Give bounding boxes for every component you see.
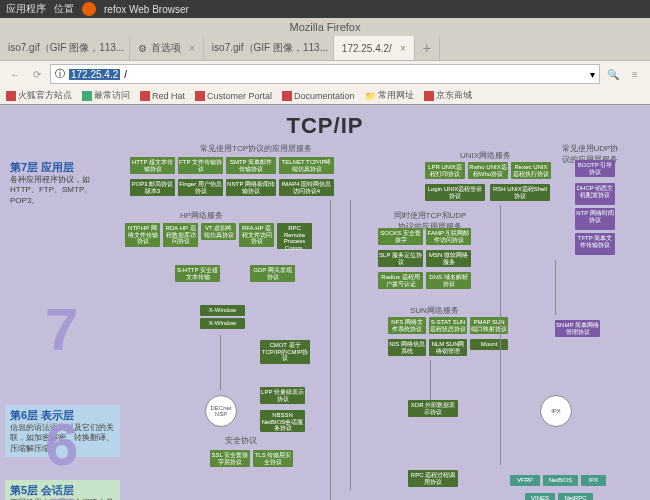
circle-ipx: IPX [540,395,572,427]
page-content: TCP/IP 第7层 应用层 各种应用程序协议，如HTTP、FTP、SMTP、P… [0,105,650,500]
box-xwin1: X-Window [200,305,245,316]
browser-label: refox Web Browser [104,4,189,15]
box-famp: FAMP 互联网邮件访问协议 [426,228,471,245]
box-socks: SOCKS 安全套接字 [378,228,423,245]
box-nlm: NLM SUN网络锁管理 [429,339,467,356]
box-dhcp: DHCP 动态主机配置协议 [575,183,615,205]
url-input[interactable]: ⓘ172.25.4.2/ ▾ [50,64,600,84]
tab-2[interactable]: iso7.gif（GIF 图像，113...× [204,36,334,60]
sec-sun: SUN网络服务 [410,305,459,316]
layer-number-6: 6 [45,410,78,479]
box-tls: TLS 传输层安全协议 [253,450,293,467]
tab-1[interactable]: ⚙首选项× [130,36,204,60]
layer-number-5: 5 [45,485,78,500]
box-sstat: S-STAT SUN远程状态协议 [429,317,467,334]
new-tab-button[interactable]: + [415,36,440,60]
box-smtp: SMTP 简单邮件传输协议 [226,157,276,174]
box-tftp: TFTP 简单文件传输协议 [575,233,615,255]
box-rsh: RSH UNIX远程Shell协议 [490,184,550,201]
box-pmap: PMAP SUN端口映射协议 [470,317,508,334]
box-gdp: GDP 网关发现协议 [250,265,295,282]
box-snmp: SNMP 简单网络管理协议 [555,320,600,337]
bookmark-bar: 火狐官方站点 最常访问 Red Hat Customer Portal Docu… [0,87,650,105]
connector [430,360,431,400]
sec-sec: 安全协议 [225,435,257,446]
chevron-down-icon[interactable]: ▾ [590,69,595,80]
reload-button[interactable]: ⟳ [28,65,46,83]
circle-decnet: DECnet NSP [205,395,237,427]
box-xwin2: X-Window [200,318,245,329]
box-nntp: NNTP 网络新闻传输协议 [226,179,276,196]
connector [500,205,501,465]
apps-menu[interactable]: 应用程序 [6,2,46,16]
connector [330,200,331,500]
box-xdr: XDR 外部数据表示协议 [408,400,458,417]
bookmark-4[interactable]: Documentation [282,89,355,102]
layer-number-7: 7 [45,295,78,364]
bookmark-0[interactable]: 火狐官方站点 [6,89,72,102]
box-vt: VT 虚拟终端仿真协议 [201,223,236,240]
box-rwho: Rwho UNIX远程Who协议 [468,162,508,179]
close-icon[interactable]: × [400,43,406,54]
box-ipx: IPX [581,475,606,486]
box-msn: MSN 微软网络服务 [426,250,471,267]
places-menu[interactable]: 位置 [54,2,74,16]
box-lpp: LPP 轻量级表示协议 [260,387,305,404]
bookmark-2[interactable]: Red Hat [140,89,185,102]
connector [555,260,556,315]
box-cmot: CMOT 基于TCP/IP的CMIP协议 [260,340,310,364]
box-vines: VINES [525,493,555,500]
box-rfahp: RFA.HP 远程文件访问协议 [239,223,274,247]
box-ftp: FTP 文件传输协议 [178,157,223,174]
box-rdahp: RDA.HP 远程数据库访问协议 [163,223,198,247]
bookmark-6[interactable]: 京东商城 [424,89,472,102]
os-top-bar: 应用程序 位置 refox Web Browser [0,0,650,18]
tab-3[interactable]: 172.25.4.2/× [334,36,415,60]
tab-0[interactable]: iso7.gif（GIF 图像，113...× [0,36,130,60]
box-rpc: RPC Remote Process Comm. [277,223,312,249]
sec-unix: UNIX网络服务 [460,150,511,161]
tab-bar: iso7.gif（GIF 图像，113...× ⚙首选项× iso7.gif（G… [0,36,650,61]
firefox-icon[interactable] [82,2,96,16]
box-imap4: IMAP4 因特网信息访问协议4 [279,179,334,196]
diagram-title: TCP/IP [287,113,364,139]
connector [350,200,351,490]
search-button[interactable]: 🔍 [604,65,622,83]
box-ntphp: NTP.HP 网络文件传输协议 [125,223,160,247]
layer7-title: 第7层 应用层 [10,160,110,175]
box-bootp: BOOTP 引导协议 [575,160,615,177]
box-vfrp: VFRP [510,475,540,486]
window-title: Mozilla Firefox [0,18,650,36]
box-finger: Finger 用户信息协议 [178,179,223,196]
box-login: Login UNIX远程登录协议 [425,184,485,201]
box-netbios: NetBIOS [543,475,578,486]
box-slp: SLP 服务定位协议 [378,250,423,267]
sec-tcp-apps: 常见使用TCP协议的应用层服务 [200,143,312,154]
bookmark-1[interactable]: 最常访问 [82,89,130,102]
box-radius: Radius 远程用户拨号认证 [378,272,423,289]
box-netrpc: NetRPC [558,493,593,500]
box-shttp: S-HTTP 安全超文本传输 [175,265,220,282]
box-pop3: POP3 邮局协议版本3 [130,179,175,196]
box-nbssn: NBSSN NetBIOS会话服务协议 [260,410,305,432]
connector [220,335,221,390]
back-button[interactable]: ← [6,65,24,83]
box-lpr: LPR UNIX远程打印协议 [425,162,465,179]
box-rexec: Rexec UNIX远程执行协议 [511,162,551,179]
box-mount: Mount [470,339,508,350]
nav-bar: ← ⟳ ⓘ172.25.4.2/ ▾ 🔍 ≡ [0,61,650,87]
box-telnet: TELNET TCP/IP终端仿真协议 [279,157,334,174]
box-nis: NIS 网络信息系统 [388,339,426,356]
menu-button[interactable]: ≡ [626,65,644,83]
layer7-desc: 各种应用程序协议，如HTTP、FTP、SMTP、POP3。 [10,175,110,206]
box-ntp: NTP 网络时间协议 [575,208,615,230]
bookmark-3[interactable]: Customer Portal [195,89,272,102]
bookmark-5[interactable]: 📁常用网址 [365,89,414,102]
box-ssl: SSL 安全套接字层协议 [210,450,250,467]
box-rpc2: RPC 远程过程调用协议 [408,470,458,487]
box-http: HTTP 超文本传输协议 [130,157,175,174]
box-nfs: NFS 网络文件系统协议 [388,317,426,334]
close-icon[interactable]: × [189,43,195,54]
sec-hp: HP网络服务 [180,210,223,221]
box-dns: DNS 域名解析协议 [426,272,471,289]
